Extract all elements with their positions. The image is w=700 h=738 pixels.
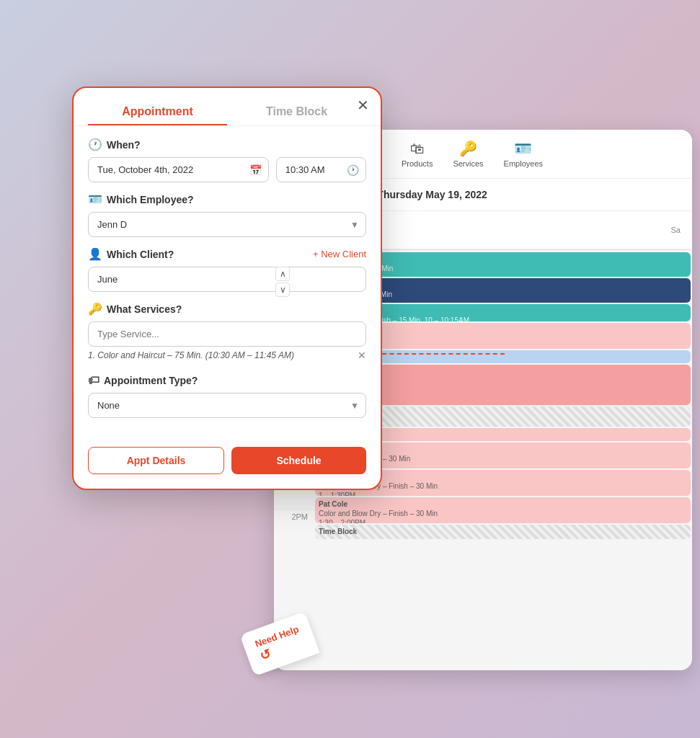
services-icon: 🔑: [459, 140, 477, 157]
new-client-link[interactable]: + New Client: [313, 249, 366, 259]
client-input[interactable]: [88, 267, 366, 292]
modal-tabs: Appointment Time Block ✕: [74, 88, 381, 126]
modal-close-button[interactable]: ✕: [357, 97, 369, 114]
employee-label: 🪪 Which Employee?: [88, 192, 366, 206]
appt-timeblock-2[interactable]: Time Block: [315, 525, 691, 539]
services-label: 🔑 What Services?: [88, 302, 366, 316]
clock-input-icon: 🕐: [347, 164, 359, 176]
schedule-button[interactable]: Schedule: [231, 447, 366, 474]
client-icon: 👤: [88, 247, 102, 261]
employee-icon: 🪪: [88, 192, 102, 206]
sa-label: Sa: [671, 226, 681, 234]
tab-appointment[interactable]: Appointment: [88, 99, 227, 125]
date-input[interactable]: [88, 157, 269, 182]
nav-employees[interactable]: 🪪 Employees: [495, 137, 551, 171]
scroll-indicators: ∧ ∨: [275, 267, 290, 297]
employee-select-wrap: Jenn D ▼: [88, 212, 366, 237]
date-time-row: 📅 🕐: [88, 157, 366, 182]
appt-details-button[interactable]: Appt Details: [88, 447, 224, 474]
appt-type-section: 🏷 Appointment Type? None ▼: [88, 374, 366, 418]
cal-date-title: Thursday May 19, 2022: [377, 189, 487, 200]
appt-type-select-wrap: None ▼: [88, 393, 366, 418]
clock-icon: 🕐: [88, 138, 102, 151]
service-remove-btn[interactable]: ✕: [358, 350, 366, 361]
services-section: 🔑 What Services? 1. Color and Haircut – …: [88, 302, 366, 364]
date-input-wrap: 📅: [88, 157, 269, 182]
appt-type-icon: 🏷: [88, 374, 99, 387]
dashed-connector: [375, 353, 505, 355]
calendar-icon: 📅: [249, 164, 262, 176]
when-label: 🕐 When?: [88, 138, 366, 151]
scroll-down-btn[interactable]: ∨: [275, 283, 290, 297]
nav-products[interactable]: 🛍 Products: [393, 138, 441, 171]
service-tag: 1. Color and Haircut – 75 Min. (10:30 AM…: [88, 347, 366, 364]
employee-select[interactable]: Jenn D: [88, 212, 366, 237]
employee-section: 🪪 Which Employee? Jenn D ▼: [88, 192, 366, 237]
modal-body: 🕐 When? 📅 🕐 🪪 Which Employee?: [74, 126, 381, 440]
when-section: 🕐 When? 📅 🕐: [88, 138, 366, 182]
nav-services[interactable]: 🔑 Services: [444, 137, 492, 171]
services-icon-modal: 🔑: [88, 302, 102, 316]
appt-pat-2[interactable]: Pat Cole Color and Blow Dry – Finish – 3…: [315, 497, 691, 523]
time-input-wrap: 🕐: [276, 157, 366, 182]
employees-icon: 🪪: [514, 140, 532, 157]
tab-time-block[interactable]: Time Block: [227, 99, 366, 125]
client-section: 👤 Which Client? + New Client: [88, 247, 366, 292]
scroll-up-btn[interactable]: ∧: [275, 267, 290, 281]
client-label: 👤 Which Client?: [88, 247, 174, 261]
appointment-modal: Appointment Time Block ✕ 🕐 When? 📅 🕐: [72, 86, 382, 490]
appt-type-select[interactable]: None: [88, 393, 366, 418]
time-2pm: 2PM: [274, 509, 314, 561]
service-input[interactable]: [88, 321, 366, 347]
modal-footer: Appt Details Schedule: [74, 440, 381, 489]
service-item-text: 1. Color and Haircut – 75 Min. (10:30 AM…: [88, 350, 294, 360]
appt-type-label: 🏷 Appointment Type?: [88, 374, 366, 387]
client-label-row: 👤 Which Client? + New Client: [88, 247, 366, 261]
products-icon: 🛍: [410, 141, 425, 157]
